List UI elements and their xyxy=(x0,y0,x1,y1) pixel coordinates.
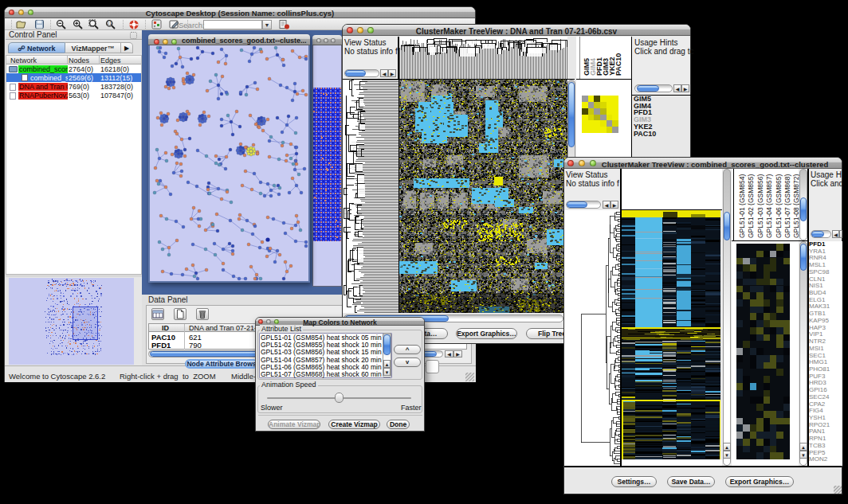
svg-text:1:1: 1:1 xyxy=(107,21,112,25)
